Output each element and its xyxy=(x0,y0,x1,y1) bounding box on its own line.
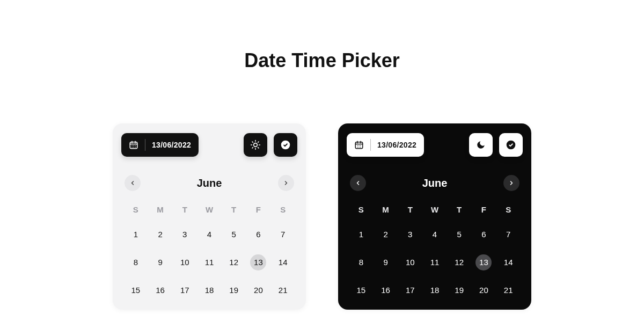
calendar-day[interactable]: 21 xyxy=(496,282,521,299)
calendar-day[interactable]: 3 xyxy=(172,226,197,243)
calendar-day[interactable]: 10 xyxy=(172,254,197,271)
chevron-left-icon xyxy=(355,180,361,186)
day-of-week-label: W xyxy=(422,205,447,214)
day-of-week-header: SMTWTFS xyxy=(121,205,297,214)
calendar-day[interactable]: 15 xyxy=(349,282,374,299)
calendar-day[interactable]: 17 xyxy=(172,282,197,299)
calendar-day[interactable]: 11 xyxy=(422,254,447,271)
chevron-left-icon xyxy=(129,180,136,186)
day-of-week-label: F xyxy=(472,205,496,214)
sun-icon xyxy=(250,140,261,150)
calendar-day[interactable]: 11 xyxy=(197,254,222,271)
moon-icon xyxy=(476,140,486,150)
day-of-week-label: F xyxy=(246,205,271,214)
calendar-day[interactable]: 4 xyxy=(422,226,447,243)
day-of-week-header: SMTWTFS xyxy=(347,205,523,214)
calendar-day[interactable]: 7 xyxy=(270,226,295,243)
next-month-button[interactable] xyxy=(278,175,294,191)
calendar-day[interactable]: 17 xyxy=(398,282,422,299)
month-label: June xyxy=(422,177,448,189)
calendar-day[interactable]: 7 xyxy=(496,226,521,243)
calendar-day[interactable]: 5 xyxy=(222,226,246,243)
calendar-day[interactable]: 10 xyxy=(398,254,422,271)
chevron-right-icon xyxy=(508,180,515,186)
divider xyxy=(145,139,145,151)
calendar-day[interactable]: 18 xyxy=(422,282,447,299)
calendar-day[interactable]: 19 xyxy=(447,282,472,299)
calendar-day[interactable]: 18 xyxy=(197,282,222,299)
calendar-day[interactable]: 13 xyxy=(472,254,496,271)
calendar-day[interactable]: 1 xyxy=(349,226,374,243)
calendar-day[interactable]: 8 xyxy=(123,254,148,271)
date-input[interactable]: 13/06/2022 xyxy=(121,133,199,157)
chevron-right-icon xyxy=(283,180,289,186)
date-value: 13/06/2022 xyxy=(377,141,416,149)
day-of-week-label: T xyxy=(222,205,246,214)
day-of-week-label: W xyxy=(197,205,222,214)
calendar-day[interactable]: 16 xyxy=(148,282,173,299)
calendar-icon xyxy=(129,140,138,150)
next-month-button[interactable] xyxy=(503,175,519,191)
day-of-week-label: M xyxy=(148,205,173,214)
date-value: 13/06/2022 xyxy=(152,141,191,149)
day-of-week-label: T xyxy=(172,205,197,214)
confirm-button[interactable] xyxy=(499,133,523,157)
calendar-day[interactable]: 9 xyxy=(148,254,173,271)
theme-toggle-button[interactable] xyxy=(244,133,267,157)
day-of-week-label: M xyxy=(374,205,398,214)
prev-month-button[interactable] xyxy=(125,175,141,191)
calendar-day[interactable]: 6 xyxy=(472,226,496,243)
calendar-day[interactable]: 8 xyxy=(349,254,374,271)
day-of-week-label: T xyxy=(398,205,422,214)
calendar-day[interactable]: 20 xyxy=(472,282,496,299)
divider xyxy=(370,139,371,151)
day-of-week-label: S xyxy=(496,205,521,214)
calendar-day[interactable]: 5 xyxy=(447,226,472,243)
datepicker-card-dark: 13/06/2022 June xyxy=(338,123,531,310)
calendar-grid: 123456789101112131415161718192021 xyxy=(347,226,523,299)
check-circle-icon xyxy=(506,140,516,150)
calendar-day[interactable]: 6 xyxy=(246,226,271,243)
calendar-day[interactable]: 2 xyxy=(148,226,173,243)
prev-month-button[interactable] xyxy=(350,175,366,191)
date-input[interactable]: 13/06/2022 xyxy=(347,133,424,157)
calendar-day[interactable]: 9 xyxy=(374,254,398,271)
calendar-day[interactable]: 14 xyxy=(270,254,295,271)
calendar-day[interactable]: 15 xyxy=(123,282,148,299)
calendar-day[interactable]: 3 xyxy=(398,226,422,243)
day-of-week-label: S xyxy=(123,205,148,214)
day-of-week-label: S xyxy=(349,205,374,214)
datepicker-card-light: 13/06/2022 June xyxy=(113,123,306,310)
calendar-grid: 123456789101112131415161718192021 xyxy=(121,226,297,299)
theme-toggle-button[interactable] xyxy=(469,133,493,157)
calendar-day[interactable]: 14 xyxy=(496,254,521,271)
calendar-icon xyxy=(354,140,364,150)
calendar-day[interactable]: 20 xyxy=(246,282,271,299)
calendar-day[interactable]: 1 xyxy=(123,226,148,243)
calendar-day[interactable]: 4 xyxy=(197,226,222,243)
page-title: Date Time Picker xyxy=(0,0,644,72)
day-of-week-label: T xyxy=(447,205,472,214)
calendar-day[interactable]: 21 xyxy=(270,282,295,299)
confirm-button[interactable] xyxy=(274,133,297,157)
calendar-day[interactable]: 12 xyxy=(222,254,246,271)
calendar-day[interactable]: 13 xyxy=(246,254,271,271)
calendar-day[interactable]: 19 xyxy=(222,282,246,299)
day-of-week-label: S xyxy=(270,205,295,214)
calendar-day[interactable]: 12 xyxy=(447,254,472,271)
check-circle-icon xyxy=(280,140,291,150)
calendar-day[interactable]: 16 xyxy=(374,282,398,299)
calendar-day[interactable]: 2 xyxy=(374,226,398,243)
svg-point-1 xyxy=(254,143,258,147)
month-label: June xyxy=(197,177,222,189)
